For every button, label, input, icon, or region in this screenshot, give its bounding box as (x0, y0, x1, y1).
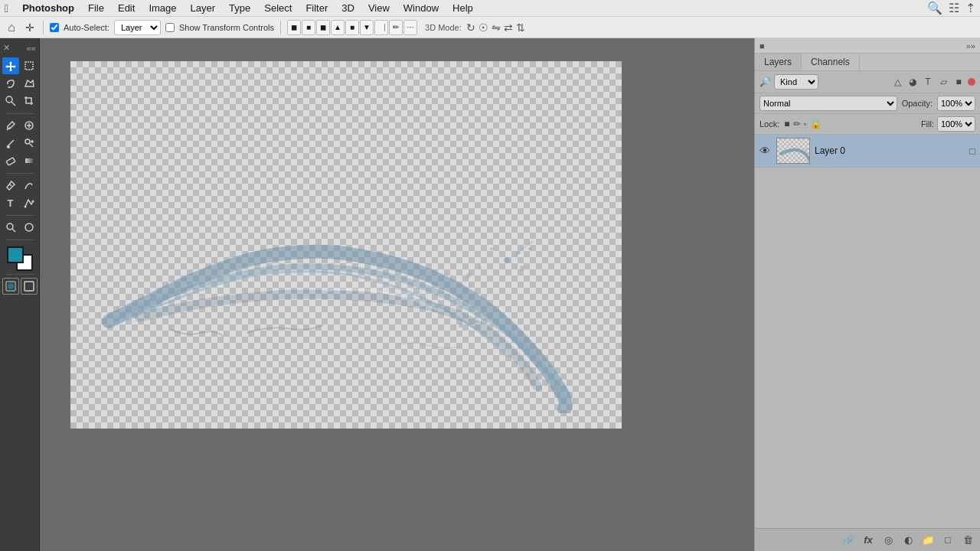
pixel-filter-icon[interactable]: △ (891, 76, 903, 88)
distribute-h[interactable]: ✏ (389, 20, 403, 35)
more-options[interactable]: ⋯ (403, 20, 417, 35)
align-top[interactable]: ▲ (331, 20, 345, 35)
layer-thumb-checkerboard (777, 139, 809, 163)
layer-kind-dropdown[interactable]: Kind Name Effect (774, 74, 818, 90)
more-filter-icon[interactable] (968, 78, 975, 86)
move-tool-icon[interactable]: ✛ (23, 21, 37, 34)
tool-row-9 (2, 219, 38, 236)
adjustment-filter-icon[interactable]: ◕ (906, 76, 919, 88)
transform-checkbox[interactable] (165, 23, 175, 32)
menu-layer[interactable]: Layer (185, 1, 222, 15)
menu-select[interactable]: Select (258, 1, 298, 15)
link-layers-icon[interactable]: 🔗 (841, 533, 856, 548)
svg-point-13 (31, 201, 34, 203)
brush-tool[interactable] (2, 135, 19, 152)
heal-tool[interactable] (21, 117, 38, 134)
scale-3d-icon[interactable]: ⇅ (516, 21, 525, 34)
tab-layers[interactable]: Layers (755, 54, 802, 70)
shape-tool[interactable] (21, 219, 38, 236)
menu-filter[interactable]: Filter (299, 1, 334, 15)
lock-all-icon[interactable]: 🔒 (810, 119, 822, 129)
type-tool[interactable]: T (2, 194, 19, 211)
blend-mode-dropdown[interactable]: Normal Multiply Screen Overlay (760, 96, 897, 111)
menu-3d[interactable]: 3D (335, 1, 361, 15)
gradient-tool[interactable] (21, 152, 38, 169)
magic-wand-tool[interactable] (2, 93, 19, 109)
polygon-lasso-tool[interactable] (21, 75, 38, 92)
app-name[interactable]: Photoshop (16, 1, 80, 15)
menu-window[interactable]: Window (397, 1, 445, 15)
layers-panel-collapse-icon[interactable]: »» (966, 41, 975, 51)
pen-tool[interactable] (2, 177, 19, 194)
lock-pixels-icon[interactable]: ■ (784, 119, 789, 129)
new-layer-icon[interactable]: □ (940, 533, 956, 548)
shape-filter-icon[interactable]: ▱ (937, 76, 949, 88)
zoom-tool[interactable] (2, 219, 19, 236)
apple-logo-icon[interactable]:  (5, 2, 8, 15)
align-center-v[interactable]: ■ (302, 20, 315, 35)
align-left[interactable]: ◼ (287, 20, 301, 35)
home-icon[interactable]: ⌂ (5, 21, 18, 34)
menu-image[interactable]: Image (142, 1, 182, 15)
foreground-color-swatch[interactable] (7, 246, 24, 263)
tools-close-icon[interactable]: ✕ (3, 43, 10, 53)
svg-point-28 (490, 247, 493, 250)
tools-collapse-icon[interactable]: «« (27, 44, 36, 53)
layers-panel-close-icon[interactable]: ■ (760, 41, 765, 51)
auto-select-checkbox[interactable] (50, 23, 59, 32)
tool-row-4 (2, 117, 38, 134)
menu-help[interactable]: Help (446, 1, 479, 15)
fill-dropdown[interactable]: 100% 75% 50% (937, 116, 975, 132)
group-layers-icon[interactable]: 📁 (920, 533, 936, 548)
freeform-pen-tool[interactable] (21, 177, 38, 194)
tool-row-8: T (2, 194, 38, 211)
lock-artboard-icon[interactable]: ▫ (804, 119, 807, 129)
tab-channels[interactable]: Channels (802, 54, 860, 70)
svg-line-15 (12, 229, 15, 232)
eyedropper-tool[interactable] (2, 117, 19, 134)
share-icon[interactable]: ⇡ (965, 1, 975, 15)
orbit-icon[interactable]: ☉ (479, 21, 488, 34)
path-select-tool[interactable] (21, 194, 38, 211)
main-area: ✕ «« (0, 38, 980, 551)
slide-icon[interactable]: ⇄ (504, 21, 513, 34)
align-bottom[interactable]: ▼ (360, 20, 374, 35)
crop-tool[interactable] (21, 93, 38, 109)
delete-layer-icon[interactable]: 🗑 (960, 533, 975, 548)
lasso-tool[interactable] (2, 75, 19, 92)
search-icon[interactable]: 🔍 (927, 1, 942, 15)
eraser-tool[interactable] (2, 152, 19, 169)
align-right[interactable]: ◼ (316, 20, 330, 35)
type-filter-icon[interactable]: T (922, 76, 934, 88)
menu-view[interactable]: View (362, 1, 396, 15)
tools-header: ✕ «« (0, 41, 39, 54)
distribute-v[interactable]: ⎹ (374, 20, 388, 35)
rotate-3d-icon[interactable]: ↻ (466, 21, 475, 34)
quick-mask-tool[interactable] (2, 278, 19, 295)
opacity-dropdown[interactable]: 100% 75% 50% (937, 96, 975, 111)
arrange-icon[interactable]: ☷ (949, 1, 959, 15)
layer-effects-icon[interactable]: fx (861, 533, 876, 548)
align-mid-h[interactable]: ■ (345, 20, 359, 35)
auto-select-dropdown[interactable]: Layer Group (114, 20, 161, 35)
menu-file[interactable]: File (82, 1, 110, 15)
smart-filter-icon[interactable]: ■ (952, 76, 965, 88)
marquee-tool[interactable] (21, 57, 38, 74)
clone-tool[interactable] (21, 135, 38, 152)
move-tool[interactable] (2, 57, 19, 74)
3d-mode-label: 3D Mode: (425, 23, 462, 32)
canvas-area[interactable] (40, 38, 754, 551)
layer-mask-icon[interactable]: ◎ (880, 533, 896, 548)
fill-layer-icon[interactable]: ◐ (900, 533, 916, 548)
menu-edit[interactable]: Edit (112, 1, 141, 15)
canvas[interactable] (70, 61, 622, 429)
layer-options-icon[interactable]: □ (969, 145, 975, 157)
lock-position-icon[interactable]: ✏ (793, 119, 801, 129)
screen-mode-tool[interactable] (21, 278, 38, 295)
layer-item[interactable]: 👁 Layer 0 □ (755, 135, 980, 168)
top-right-icons: 🔍 ☷ ⇡ (927, 1, 975, 15)
menu-type[interactable]: Type (223, 1, 256, 15)
layer-visibility-icon[interactable]: 👁 (760, 145, 772, 157)
water-splash-image (93, 107, 591, 413)
pan-icon[interactable]: ⇋ (492, 21, 501, 34)
